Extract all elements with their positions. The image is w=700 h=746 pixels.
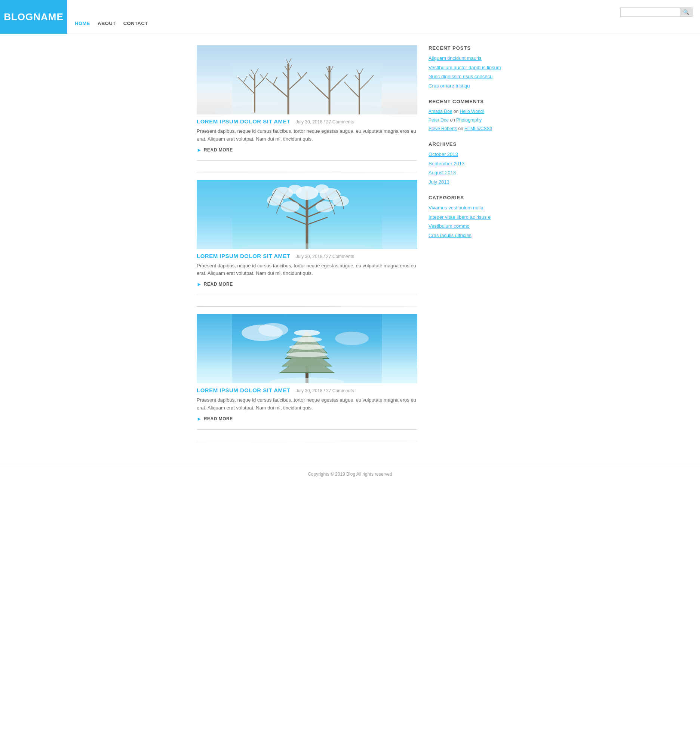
comment-1: Peter Doe on Photography: [429, 117, 503, 123]
comment-0: Amada Doe on Hello World!: [429, 108, 503, 115]
post-image-svg-3: [197, 314, 417, 383]
post-3-excerpt: Praesent dapibus, neque id cursus faucib…: [197, 396, 417, 412]
post-image-1: [197, 45, 417, 114]
search-bar: 🔍: [620, 8, 692, 17]
category-link-2[interactable]: Vestibulum commo: [429, 223, 503, 230]
post-2: LOREM IPSUM DOLOR SIT AMET July 30, 2018…: [197, 180, 417, 295]
svg-point-64: [316, 201, 334, 212]
recent-post-link-2[interactable]: Nunc dignissim risus consecu: [429, 73, 503, 80]
read-more-icon-3: ►: [197, 416, 202, 422]
post-2-meta: July 30, 2018 / 27 Comments: [296, 254, 354, 259]
divider-2: [197, 306, 417, 307]
search-input[interactable]: [620, 8, 680, 17]
read-more-icon-2: ►: [197, 281, 202, 287]
main-layout: LOREM IPSUM DOLOR SIT AMET July 30, 2018…: [189, 45, 511, 449]
category-link-0[interactable]: Vivamus vestibulum nulla: [429, 204, 503, 212]
recent-comments-title: RECENT COMMENTS: [429, 99, 503, 104]
nav-contact[interactable]: CONTACT: [123, 21, 148, 26]
post-2-read-more[interactable]: ► READ MORE: [197, 281, 417, 287]
search-icon: 🔍: [683, 9, 689, 15]
category-link-3[interactable]: Cras iaculis ultricies: [429, 232, 503, 239]
nav: HOME ABOUT CONTACT: [75, 21, 692, 26]
comment-2: Steve Roberts on HTML5/CSS3: [429, 125, 503, 132]
category-link-1[interactable]: Integer vitae libero ac risus e: [429, 214, 503, 221]
archive-link-2[interactable]: August 2013: [429, 169, 503, 176]
archives-section: ARCHIVES October 2013 September 2013 Aug…: [429, 141, 503, 185]
footer: Copyrights © 2019 Blog All rights reserv…: [0, 464, 700, 484]
svg-point-80: [292, 337, 322, 342]
read-more-label-2: READ MORE: [204, 281, 233, 287]
comment-author-2[interactable]: Steve Roberts: [429, 126, 457, 131]
recent-posts-title: RECENT POSTS: [429, 45, 503, 51]
post-3-meta: July 30, 2018 / 27 Comments: [296, 388, 354, 393]
nav-about[interactable]: ABOUT: [98, 21, 116, 26]
post-1-header: LOREM IPSUM DOLOR SIT AMET July 30, 2018…: [197, 118, 417, 125]
post-1-read-more[interactable]: ► READ MORE: [197, 147, 417, 153]
comment-author-1[interactable]: Peter Doe: [429, 117, 449, 123]
svg-point-79: [294, 330, 320, 336]
post-3-header: LOREM IPSUM DOLOR SIT AMET July 30, 2018…: [197, 387, 417, 393]
archive-link-1[interactable]: September 2013: [429, 160, 503, 167]
divider-3: [197, 441, 417, 441]
categories-title: CATEGORIES: [429, 195, 503, 200]
post-1: LOREM IPSUM DOLOR SIT AMET July 30, 2018…: [197, 45, 417, 161]
divider-1: [197, 172, 417, 172]
post-2-excerpt: Praesent dapibus, neque id cursus faucib…: [197, 262, 417, 278]
read-more-label-3: READ MORE: [204, 416, 233, 421]
comment-author-0[interactable]: Amada Doe: [429, 109, 452, 114]
header: BLOGNAME 🔍 HOME ABOUT CONTACT: [0, 0, 700, 34]
recent-posts-section: RECENT POSTS Aliquam tincidunt mauris Ve…: [429, 45, 503, 89]
read-more-label-1: READ MORE: [204, 147, 233, 153]
svg-point-81: [289, 344, 325, 350]
read-more-icon-1: ►: [197, 147, 202, 153]
comment-link-0[interactable]: Hello World!: [459, 109, 484, 114]
svg-point-63: [281, 201, 300, 212]
comment-link-2[interactable]: HTML5/CSS3: [464, 126, 492, 131]
post-image-svg-1: [197, 45, 417, 114]
svg-point-69: [335, 332, 369, 345]
svg-point-59: [267, 195, 283, 206]
sidebar: RECENT POSTS Aliquam tincidunt mauris Ve…: [429, 45, 503, 449]
post-2-title[interactable]: LOREM IPSUM DOLOR SIT AMET: [197, 253, 291, 259]
svg-point-61: [288, 185, 302, 194]
archive-link-3[interactable]: July 2013: [429, 178, 503, 186]
comment-on-0: on: [453, 109, 460, 114]
post-2-header: LOREM IPSUM DOLOR SIT AMET July 30, 2018…: [197, 253, 417, 259]
comment-link-1[interactable]: Photography: [456, 117, 482, 123]
post-image-2: [197, 180, 417, 249]
post-1-excerpt: Praesent dapibus, neque id cursus faucib…: [197, 128, 417, 143]
comment-on-1: on: [450, 117, 456, 123]
recent-post-link-1[interactable]: Vestibulum auctor dapibus lipsum: [429, 64, 503, 71]
posts-column: LOREM IPSUM DOLOR SIT AMET July 30, 2018…: [197, 45, 417, 449]
post-3: LOREM IPSUM DOLOR SIT AMET July 30, 2018…: [197, 314, 417, 430]
footer-copyright: Copyrights © 2019 Blog All rights reserv…: [308, 472, 392, 477]
post-3-read-more[interactable]: ► READ MORE: [197, 416, 417, 422]
post-1-title[interactable]: LOREM IPSUM DOLOR SIT AMET: [197, 118, 291, 125]
search-button[interactable]: 🔍: [680, 8, 692, 17]
post-1-meta: July 30, 2018 / 27 Comments: [296, 119, 354, 125]
svg-point-68: [258, 323, 288, 337]
post-image-3: [197, 314, 417, 383]
svg-point-82: [286, 352, 328, 357]
archive-link-0[interactable]: October 2013: [429, 151, 503, 158]
recent-comments-section: RECENT COMMENTS Amada Doe on Hello World…: [429, 99, 503, 132]
post-3-title[interactable]: LOREM IPSUM DOLOR SIT AMET: [197, 387, 291, 393]
logo-text: BLOGNAME: [4, 11, 63, 23]
categories-section: CATEGORIES Vivamus vestibulum nulla Inte…: [429, 195, 503, 239]
nav-home[interactable]: HOME: [75, 21, 90, 26]
archives-title: ARCHIVES: [429, 141, 503, 147]
header-right: 🔍 HOME ABOUT CONTACT: [67, 4, 700, 30]
recent-post-link-3[interactable]: Cras ornare tristiqu: [429, 82, 503, 90]
logo-block: BLOGNAME: [0, 0, 67, 34]
post-image-svg-2: [197, 180, 417, 249]
comment-on-2: on: [458, 126, 464, 131]
recent-post-link-0[interactable]: Aliquam tincidunt mauris: [429, 54, 503, 62]
svg-point-62: [315, 184, 329, 193]
